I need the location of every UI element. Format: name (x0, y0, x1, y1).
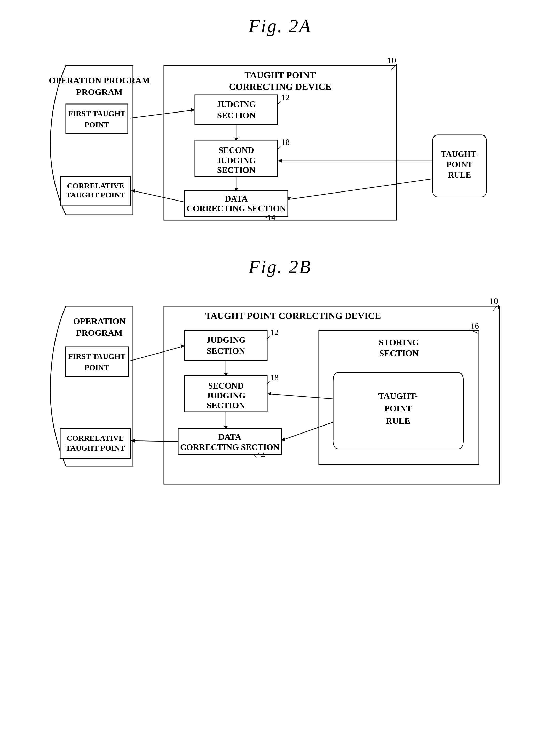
svg-text:PROGRAM: PROGRAM (76, 87, 122, 97)
svg-text:SECTION: SECTION (207, 346, 245, 356)
svg-text:SECTION: SECTION (217, 165, 255, 175)
svg-text:DATA: DATA (225, 194, 248, 203)
svg-text:SECOND: SECOND (208, 381, 244, 390)
svg-text:TAUGHT-: TAUGHT- (441, 150, 478, 159)
svg-text:TAUGHT POINT CORRECTING DEVICE: TAUGHT POINT CORRECTING DEVICE (205, 311, 381, 321)
svg-text:14: 14 (267, 213, 276, 222)
svg-text:TAUGHT-: TAUGHT- (378, 391, 418, 401)
svg-text:16: 16 (471, 321, 479, 330)
svg-text:POINT: POINT (85, 120, 109, 129)
svg-rect-52 (65, 347, 129, 377)
svg-text:12: 12 (281, 93, 290, 102)
svg-text:RULE: RULE (448, 170, 471, 180)
svg-text:POINT: POINT (446, 160, 472, 169)
fig2a-title: Fig. 2A (22, 15, 538, 37)
svg-text:18: 18 (270, 373, 279, 382)
svg-text:JUDGING: JUDGING (206, 335, 245, 345)
svg-text:FIRST TAUGHT: FIRST TAUGHT (68, 352, 125, 360)
svg-text:CORRELATIVE: CORRELATIVE (67, 182, 124, 190)
svg-text:18: 18 (281, 137, 290, 147)
svg-text:TAUGHT POINT: TAUGHT POINT (66, 190, 125, 199)
svg-text:RULE: RULE (386, 416, 410, 425)
svg-text:SECOND: SECOND (218, 145, 254, 155)
svg-text:14: 14 (257, 451, 265, 460)
svg-text:JUDGING: JUDGING (206, 391, 245, 400)
svg-text:JUDGING: JUDGING (216, 100, 256, 109)
svg-text:POINT: POINT (85, 363, 109, 371)
svg-rect-4 (66, 104, 128, 134)
svg-text:POINT: POINT (384, 403, 412, 413)
svg-text:JUDGING: JUDGING (216, 156, 256, 165)
svg-text:FIRST TAUGHT: FIRST TAUGHT (68, 109, 125, 118)
svg-text:OPERATION: OPERATION (73, 316, 126, 326)
svg-text:SECTION: SECTION (379, 348, 418, 358)
svg-text:TAUGHT POINT: TAUGHT POINT (245, 70, 316, 80)
fig2b-title: Fig. 2B (22, 256, 538, 278)
figure-2a-section: Fig. 2A OPERATION PROGRAM PROGRAM FIRST … (22, 15, 538, 236)
svg-text:12: 12 (270, 327, 279, 337)
svg-text:TAUGHT POINT: TAUGHT POINT (66, 444, 125, 452)
svg-text:10: 10 (489, 296, 498, 306)
svg-text:CORRECTING SECTION: CORRECTING SECTION (180, 443, 279, 452)
svg-text:DATA: DATA (218, 432, 241, 442)
svg-text:10: 10 (387, 56, 396, 65)
fig2b-diagram: OPERATION PROGRAM FIRST TAUGHT POINT COR… (35, 291, 525, 492)
svg-text:PROGRAM: PROGRAM (76, 328, 122, 337)
svg-text:STORING: STORING (378, 337, 419, 347)
svg-text:CORRECTING SECTION: CORRECTING SECTION (186, 204, 285, 213)
svg-text:CORRECTING DEVICE: CORRECTING DEVICE (229, 82, 331, 92)
svg-text:SECTION: SECTION (207, 401, 245, 410)
op-program-label-2a: OPERATION PROGRAM (49, 75, 150, 85)
figure-2b-section: Fig. 2B OPERATION PROGRAM FIRST TAUGHT P… (22, 256, 538, 492)
fig2a-diagram: OPERATION PROGRAM PROGRAM FIRST TAUGHT P… (35, 50, 525, 236)
svg-text:CORRELATIVE: CORRELATIVE (67, 434, 124, 442)
svg-text:SECTION: SECTION (217, 111, 255, 120)
